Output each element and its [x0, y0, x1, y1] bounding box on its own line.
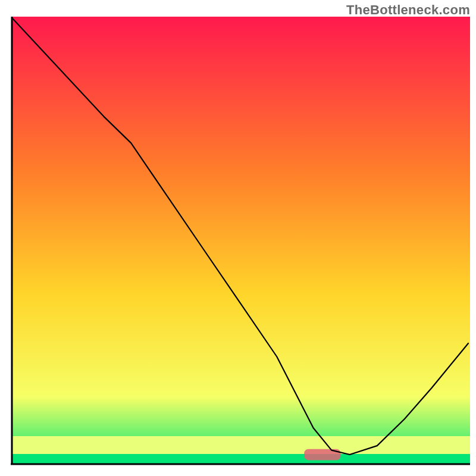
gradient-background [12, 17, 470, 464]
plot-area [11, 17, 470, 465]
band-yellowgreen [12, 436, 470, 454]
watermark-text: TheBottleneck.com [346, 2, 470, 18]
band-green [12, 454, 470, 464]
chart-svg [11, 17, 470, 465]
